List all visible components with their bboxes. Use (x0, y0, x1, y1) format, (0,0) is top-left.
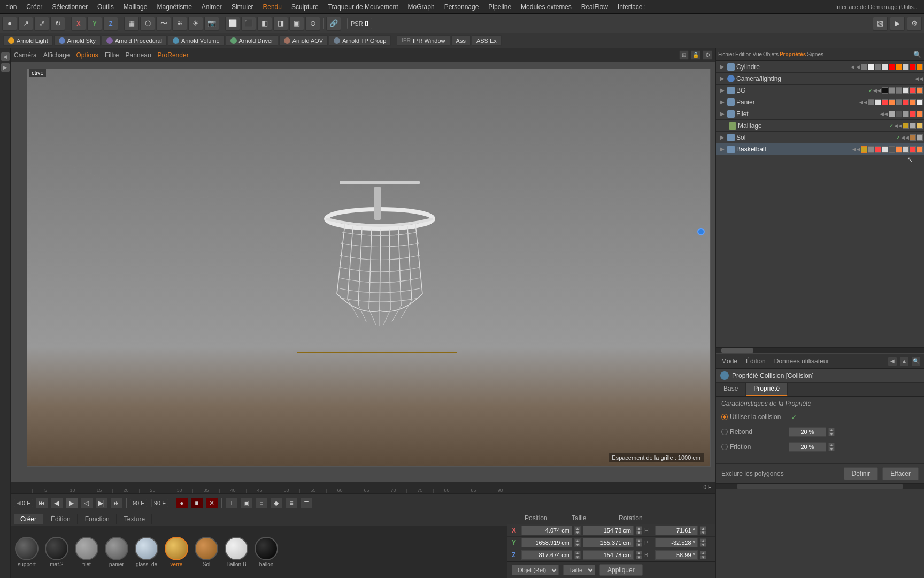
view-filtre[interactable]: Filtre (105, 51, 119, 59)
tree-check-sol[interactable]: ✓ (896, 135, 900, 140)
menu-outils[interactable]: Outils (93, 2, 118, 12)
tree-vis-maillage[interactable]: ◀ (894, 123, 898, 128)
tree-vis-basketball[interactable]: ◀ (852, 147, 856, 152)
menu-pipeline[interactable]: Pipeline (484, 2, 515, 12)
menu-selectionner[interactable]: Sélectionner (48, 2, 92, 12)
props-tab-propriete[interactable]: Propriété (746, 383, 788, 396)
position-x-spinner[interactable]: ▲ ▼ (574, 526, 581, 535)
key-add-btn[interactable]: + (225, 497, 238, 509)
key-circle-btn[interactable]: ○ (255, 497, 268, 509)
tree-lock-bg[interactable]: ◀ (877, 88, 881, 93)
key-list-btn[interactable]: ≣ (300, 497, 313, 509)
pos-y-spinner[interactable]: ▲ ▼ (574, 538, 581, 547)
menu-mograph[interactable]: MoGraph (404, 2, 439, 12)
props-nav-back[interactable]: ◀ (888, 356, 897, 366)
tree-item-panier[interactable]: ▶ Panier ◀ ◀ (716, 96, 924, 108)
menu-modules[interactable]: Modules externes (517, 2, 576, 12)
timeline-ruler[interactable]: 5 10 15 20 25 30 35 40 45 50 55 60 65 70… (11, 482, 715, 493)
key-record-btn[interactable]: ● (175, 497, 188, 509)
view-affichage[interactable]: Affichage (43, 51, 70, 59)
tree-vis-sol[interactable]: ◀ (901, 135, 905, 140)
tree-item-bg[interactable]: ▶ BG ✓ ◀ ◀ (716, 85, 924, 96)
view-options-item[interactable]: Options (76, 51, 98, 59)
rebond-down[interactable]: ▼ (828, 432, 835, 436)
ipr-window-btn[interactable]: IPR IPR Window (397, 35, 450, 46)
material-mat2[interactable]: mat.2 (45, 537, 68, 567)
taille-y-input[interactable] (583, 538, 634, 547)
tree-check-maillage[interactable]: ✓ (889, 123, 894, 128)
material-glass[interactable]: glass_de (135, 537, 158, 567)
mat-tab-creer[interactable]: Créer (14, 514, 43, 524)
toolbar-nurbs-btn[interactable]: ⬡ (140, 17, 155, 31)
tree-sign-btn[interactable]: Signes (807, 51, 823, 57)
tree-lock-filet[interactable]: ◀ (884, 111, 888, 117)
tree-lock-panier[interactable]: ◀ (864, 100, 867, 105)
menu-maillage[interactable]: Maillage (119, 2, 152, 12)
tree-lock-sol[interactable]: ◀ (905, 135, 909, 140)
rot-b-spinner[interactable]: ▲ ▼ (700, 551, 706, 559)
props-hscrollbar[interactable] (716, 483, 924, 489)
menu-rendu[interactable]: Rendu (259, 2, 286, 12)
toolbar-view6-btn[interactable]: ⊙ (305, 17, 320, 31)
tree-item-maillage[interactable]: Maillage ✓ ◀ ◀ (716, 120, 924, 132)
props-mode-btn[interactable]: Mode (719, 356, 740, 366)
position-y-input[interactable] (521, 538, 572, 547)
taille-z-input[interactable] (583, 550, 634, 560)
tree-hscrollbar[interactable] (716, 347, 924, 353)
tree-lock-cylindre[interactable]: ◀ (856, 64, 860, 70)
menu-traqueur[interactable]: Traqueur de Mouvement (324, 2, 403, 12)
toolbar-snap-btn[interactable]: 🔗 (326, 17, 341, 31)
viewport[interactable]: ctive (11, 62, 715, 482)
pos-x-down[interactable]: ▼ (574, 530, 581, 535)
apply-transform-btn[interactable]: Appliquer (599, 564, 643, 576)
tree-check-bg[interactable]: ✓ (868, 88, 873, 93)
rot-p-spinner[interactable]: ▲ ▼ (700, 538, 706, 547)
key-square-btn[interactable]: ▣ (240, 497, 253, 509)
toolbar-cam-btn[interactable]: 📷 (204, 17, 219, 31)
view-prorender[interactable]: ProRender (158, 51, 189, 59)
next-frame-btn[interactable]: ▶| (95, 497, 108, 509)
toolbar-move-btn[interactable]: ⤢ (34, 17, 49, 31)
tree-expand-bg[interactable]: ▶ (720, 87, 725, 93)
toolbar-x-btn[interactable]: X (71, 17, 86, 31)
tree-vis-filet[interactable]: ◀ (880, 111, 884, 117)
mat-tab-fonction[interactable]: Fonction (79, 514, 117, 524)
material-panier[interactable]: panier (105, 537, 128, 567)
scroll-thumb[interactable] (721, 348, 753, 353)
toolbar-view2-btn[interactable]: ⬛ (241, 17, 256, 31)
menu-sculpture[interactable]: Sculpture (287, 2, 323, 12)
tree-expand-basketball[interactable]: ▶ (720, 146, 725, 152)
frame-end-input-wrap[interactable]: 90 F (130, 499, 147, 507)
menu-animer[interactable]: Animer (197, 2, 226, 12)
tree-vis-cylindre[interactable]: ◀ (851, 64, 854, 70)
coord-system-dropdown[interactable]: Objet (Rel) (512, 565, 559, 575)
toolbar-z-btn[interactable]: Z (103, 17, 118, 31)
friction-input[interactable] (789, 442, 826, 452)
toolbar-view3-btn[interactable]: ◧ (257, 17, 272, 31)
viewport-maximize-btn[interactable]: ⊞ (679, 50, 689, 60)
toolbar-view1-btn[interactable]: ⬜ (225, 17, 240, 31)
menu-realflow[interactable]: RealFlow (577, 2, 612, 12)
view-panneau[interactable]: Panneau (126, 51, 151, 59)
friction-down[interactable]: ▼ (828, 447, 835, 451)
toolbar-render-region-btn[interactable]: ▧ (873, 17, 888, 31)
sidebar-icon-2[interactable]: ▶ (1, 63, 10, 72)
rotation-h-input[interactable] (655, 526, 698, 535)
props-tab-base[interactable]: Base (716, 383, 746, 396)
prev-frame-btn[interactable]: ◀ (50, 497, 63, 509)
rotation-p-input[interactable] (655, 538, 698, 547)
frame-current-input-wrap[interactable]: 90 F (151, 499, 168, 507)
tree-lock-maillage[interactable]: ◀ (898, 123, 902, 128)
viewport-lock-btn[interactable]: 🔒 (691, 50, 700, 60)
taille-y-spinner[interactable]: ▲ ▼ (636, 538, 642, 547)
material-ballon-b[interactable]: Ballon B (225, 537, 248, 567)
menu-creer[interactable]: Créer (22, 2, 47, 12)
mat-tab-texture[interactable]: Texture (118, 514, 152, 524)
definir-btn[interactable]: Définir (844, 467, 879, 480)
material-sol[interactable]: Sol (195, 537, 218, 567)
rebond-radio[interactable] (721, 429, 728, 435)
tree-lock-basketball[interactable]: ◀ (857, 147, 860, 152)
tree-search-btn[interactable]: 🔍 (912, 50, 922, 59)
jump-start-btn[interactable]: ⏮ (35, 497, 48, 509)
tree-expand-cylindre[interactable]: ▶ (720, 64, 725, 70)
